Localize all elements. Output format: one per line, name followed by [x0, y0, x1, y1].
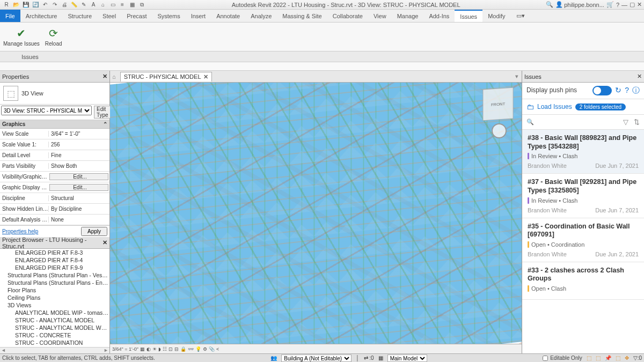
qat-thin-icon[interactable]: ≡	[118, 1, 127, 9]
property-row[interactable]: DisciplineStructural	[0, 193, 109, 204]
user-account[interactable]: 👤 philippe.bonn...	[555, 1, 604, 8]
tab-structure[interactable]: Structure	[62, 10, 97, 22]
design-options-icon[interactable]: ▦	[378, 355, 383, 361]
qat-dim-icon[interactable]: ✎	[79, 1, 88, 9]
issue-item[interactable]: #35 - Coordination of Basic Wall [697091…	[522, 218, 644, 262]
view-tab-close-icon[interactable]: ✕	[203, 73, 208, 80]
crop-view-icon[interactable]: ⊡	[169, 346, 173, 352]
qat-close-hidden-icon[interactable]: ▦	[128, 1, 136, 9]
view-cube[interactable]: FRONT	[482, 87, 513, 121]
workset-selector[interactable]: Building A (Not Editable)	[281, 354, 352, 362]
properties-apply-button[interactable]: Apply	[81, 227, 107, 236]
temp-hide-icon[interactable]: 👓	[188, 346, 194, 352]
drag-elements-icon[interactable]: ✥	[625, 355, 629, 361]
view-tab-active[interactable]: STRUC - PHYSICAL MODEL ✕	[120, 72, 212, 82]
tab-architecture[interactable]: Architecture	[20, 10, 63, 22]
property-edit-button[interactable]: Edit...	[49, 184, 108, 191]
crop-region-icon[interactable]: ⊟	[174, 346, 179, 352]
browser-scrollbar[interactable]: ◄►	[0, 347, 109, 353]
qat-measure-icon[interactable]: 📏	[70, 1, 78, 9]
property-row[interactable]: Show Hidden LinesBy Discipline	[0, 204, 109, 215]
tree-item[interactable]: ENLARGED PIER AT F.8-3	[0, 249, 109, 256]
issue-item[interactable]: #38 - Basic Wall [889823] and Pipe Types…	[522, 130, 644, 174]
issues-filter-icon[interactable]: ▽	[623, 118, 628, 126]
qat-print-icon[interactable]: 🖨	[60, 1, 69, 9]
tree-item[interactable]: 3D Views	[0, 301, 109, 309]
tab-collaborate[interactable]: Collaborate	[327, 10, 368, 22]
maximize-icon[interactable]: ▢	[630, 1, 635, 8]
reveal-hidden-icon[interactable]: 💡	[195, 346, 201, 352]
detail-level-icon[interactable]: ▦	[140, 346, 145, 352]
view-instance-selector[interactable]: 3D View: STRUC - PHYSICAL M	[1, 106, 92, 115]
load-issues-link[interactable]: Load Issues	[537, 103, 572, 110]
select-pinned-icon[interactable]: 📌	[605, 355, 611, 361]
worksharing-display-icon[interactable]: ⚙	[203, 346, 207, 352]
properties-help-link[interactable]: Properties help	[2, 228, 38, 234]
tree-item[interactable]: ANALYTICAL MODEL WIP - tomasz.fu	[0, 309, 109, 316]
tab-systems[interactable]: Systems	[152, 10, 185, 22]
project-browser-close-icon[interactable]: ✕	[103, 239, 107, 246]
view-home-icon[interactable]: ⌂	[110, 73, 118, 80]
project-browser-tree[interactable]: ENLARGED PIER AT F.8-3ENLARGED PIER AT F…	[0, 249, 109, 347]
tree-item[interactable]: STRUC - ANALYTICAL MODEL	[0, 316, 109, 324]
qat-section-icon[interactable]: ▭	[108, 1, 117, 9]
tree-item[interactable]: Structural Plans (Structural Plans - Enl…	[0, 279, 109, 286]
tree-item[interactable]: STRUC - ANALYTICAL MODEL WITH L	[0, 324, 109, 331]
property-value[interactable]: By Discipline	[48, 206, 109, 212]
tab-insert[interactable]: Insert	[186, 10, 211, 22]
view-scale-control[interactable]: 3/64" = 1'-0"	[112, 346, 138, 352]
tab-manage[interactable]: Manage	[392, 10, 424, 22]
tree-item[interactable]: Ceiling Plans	[0, 294, 109, 301]
qat-3d-icon[interactable]: ⌂	[99, 1, 107, 9]
property-row[interactable]: Graphic Display O...Edit...	[0, 182, 109, 193]
select-links-icon[interactable]: ⬚	[587, 355, 591, 361]
rendering-icon[interactable]: ☷	[163, 346, 167, 352]
properties-type-selector[interactable]: ⬚ 3D View	[0, 83, 109, 105]
issue-item[interactable]: #37 - Basic Wall [929281] and Pipe Types…	[522, 174, 644, 218]
issues-info-icon[interactable]: ⓘ	[632, 86, 640, 95]
tree-item[interactable]: Structural Plans (Structural Plan - Vest…	[0, 271, 109, 279]
shadows-icon[interactable]: ◗	[158, 346, 161, 352]
property-value[interactable]: 3/64" = 1'-0"	[48, 131, 109, 137]
property-row[interactable]: Parts VisibilityShow Both	[0, 161, 109, 172]
tree-item[interactable]: ENLARGED PIER AT F.9-9	[0, 264, 109, 271]
close-window-icon[interactable]: ✕	[637, 1, 642, 8]
tab-steel[interactable]: Steel	[97, 10, 121, 22]
manage-issues-button[interactable]: ✔ Manage Issues	[3, 27, 40, 47]
tab-annotate[interactable]: Annotate	[211, 10, 245, 22]
ribbon-display-toggle[interactable]: ▭▾	[511, 10, 530, 22]
qat-sync-icon[interactable]: 🔄	[31, 1, 40, 9]
tab-view[interactable]: View	[368, 10, 392, 22]
tree-item[interactable]: Floor Plans	[0, 286, 109, 294]
tree-item[interactable]: STRUC - CONCRETE	[0, 331, 109, 339]
cart-icon[interactable]: 🛒	[606, 1, 614, 8]
editable-only-checkbox[interactable]: Editable Only	[543, 355, 582, 361]
qat-text-icon[interactable]: A	[89, 1, 98, 9]
design-option-selector[interactable]: Main Model	[387, 354, 427, 362]
property-row[interactable]: View Scale3/64" = 1'-0"	[0, 129, 109, 139]
property-value[interactable]: 256	[48, 142, 109, 147]
qat-save-icon[interactable]: 💾	[21, 1, 30, 9]
tab-precast[interactable]: Precast	[121, 10, 152, 22]
visual-style-icon[interactable]: ◐	[147, 346, 151, 352]
qat-open-icon[interactable]: 📂	[12, 1, 20, 9]
minimize-icon[interactable]: —	[621, 2, 627, 8]
tab-file[interactable]: File	[0, 10, 20, 22]
lock-3d-icon[interactable]: 🔒	[180, 346, 186, 352]
view-tab-dropdown-icon[interactable]: ▾	[512, 73, 522, 80]
tab-addins[interactable]: Add-Ins	[423, 10, 455, 22]
property-row[interactable]: Default Analysis D...None	[0, 215, 109, 225]
sun-path-icon[interactable]: ☀	[152, 346, 157, 352]
property-value[interactable]: Structural	[48, 195, 109, 201]
reveal-constraints-icon[interactable]: 📎	[209, 346, 215, 352]
tab-issues[interactable]: Issues	[455, 10, 482, 22]
edit-type-button[interactable]: Edit Type	[94, 106, 111, 119]
refresh-pins-icon[interactable]: ↻	[615, 86, 621, 95]
folders-selected-pill[interactable]: 2 folders selected	[575, 104, 626, 110]
pushpins-toggle[interactable]	[592, 86, 612, 95]
property-row[interactable]: Detail LevelFine	[0, 150, 109, 161]
viewport-3d[interactable]: FRONT	[110, 83, 522, 344]
properties-group-graphics[interactable]: Graphics⌃	[0, 120, 109, 129]
nav-wheel-icon[interactable]	[492, 123, 507, 138]
issues-search-icon[interactable]: 🔍	[526, 119, 534, 125]
